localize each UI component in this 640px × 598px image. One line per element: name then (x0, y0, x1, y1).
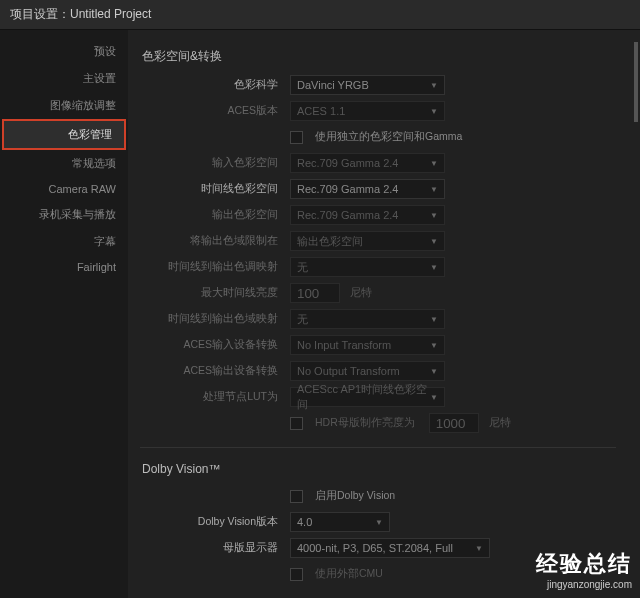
main-layout: 预设 主设置 图像缩放调整 色彩管理 常规选项 Camera RAW 录机采集与… (0, 30, 640, 598)
select-tl-out-gam: 无▼ (290, 309, 445, 329)
label-dolby-enable: 启用Dolby Vision (315, 489, 395, 503)
select-output-cs: Rec.709 Gamma 2.4▼ (290, 205, 445, 225)
sidebar-item-preset[interactable]: 预设 (0, 38, 128, 65)
label-ext-cmu: 使用外部CMU (315, 567, 383, 581)
label-aces-odt: ACES输出设备转换 (140, 364, 290, 378)
label-color-science: 色彩科学 (140, 78, 290, 92)
select-timeline-cs[interactable]: Rec.709 Gamma 2.4▼ (290, 179, 445, 199)
label-dolby-version: Dolby Vision版本 (140, 515, 290, 529)
label-aces-version: ACES版本 (140, 104, 290, 118)
sidebar-item-main[interactable]: 主设置 (0, 65, 128, 92)
label-max-tl-lum: 最大时间线亮度 (140, 286, 290, 300)
label-tl-out-gam: 时间线到输出色域映射 (140, 312, 290, 326)
label-input-cs: 输入色彩空间 (140, 156, 290, 170)
sidebar-item-subtitles[interactable]: 字幕 (0, 228, 128, 255)
window-title: 项目设置：Untitled Project (0, 0, 640, 30)
select-dolby-version[interactable]: 4.0▼ (290, 512, 390, 532)
label-limit-output: 将输出色域限制在 (140, 234, 290, 248)
label-node-lut: 处理节点LUT为 (140, 390, 290, 404)
checkbox-dolby-enable[interactable] (290, 490, 303, 503)
select-color-science[interactable]: DaVinci YRGB▼ (290, 75, 445, 95)
select-input-cs: Rec.709 Gamma 2.4▼ (290, 153, 445, 173)
input-hdr-lum (429, 413, 479, 433)
select-aces-odt: No Output Transform▼ (290, 361, 445, 381)
checkbox-separate-cs[interactable] (290, 131, 303, 144)
select-tl-out-map: 无▼ (290, 257, 445, 277)
unit-nits: 尼特 (350, 286, 372, 300)
unit-nits-2: 尼特 (489, 416, 511, 430)
input-max-tl-lum (290, 283, 340, 303)
sidebar: 预设 主设置 图像缩放调整 色彩管理 常规选项 Camera RAW 录机采集与… (0, 30, 128, 598)
divider (140, 447, 616, 448)
select-aces-version: ACES 1.1▼ (290, 101, 445, 121)
select-limit-output: 输出色彩空间▼ (290, 231, 445, 251)
label-hdr-master: HDR母版制作亮度为 (315, 416, 415, 430)
sidebar-item-capture[interactable]: 录机采集与播放 (0, 201, 128, 228)
sidebar-item-camera-raw[interactable]: Camera RAW (0, 177, 128, 201)
label-output-cs: 输出色彩空间 (140, 208, 290, 222)
section-title-color: 色彩空间&转换 (142, 48, 616, 65)
checkbox-hdr-master (290, 417, 303, 430)
label-separate-cs: 使用独立的色彩空间和Gamma (315, 130, 462, 144)
sidebar-item-image-scaling[interactable]: 图像缩放调整 (0, 92, 128, 119)
select-master-disp[interactable]: 4000-nit, P3, D65, ST.2084, Full▼ (290, 538, 490, 558)
content-panel: 色彩空间&转换 色彩科学DaVinci YRGB▼ ACES版本ACES 1.1… (128, 30, 640, 598)
sidebar-item-general[interactable]: 常规选项 (0, 150, 128, 177)
chevron-down-icon: ▼ (430, 81, 438, 90)
select-node-lut: ACEScc AP1时间线色彩空间▼ (290, 387, 445, 407)
scrollbar-thumb[interactable] (634, 42, 638, 122)
select-aces-idt: No Input Transform▼ (290, 335, 445, 355)
label-tl-out-map: 时间线到输出色调映射 (140, 260, 290, 274)
label-master-disp: 母版显示器 (140, 541, 290, 555)
label-aces-idt: ACES输入设备转换 (140, 338, 290, 352)
sidebar-item-fairlight[interactable]: Fairlight (0, 255, 128, 279)
label-timeline-cs: 时间线色彩空间 (140, 182, 290, 196)
checkbox-ext-cmu (290, 568, 303, 581)
sidebar-item-color-management[interactable]: 色彩管理 (2, 119, 126, 150)
section-title-dolby: Dolby Vision™ (142, 462, 616, 476)
